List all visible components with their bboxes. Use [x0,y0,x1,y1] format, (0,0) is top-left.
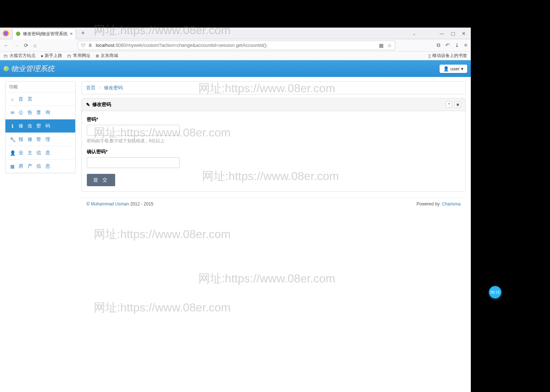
user-menu-button[interactable]: 👤 user ▾ [440,65,467,73]
browser-window: 修改密码|物业管理系统 × + ⌄ — ▢ ✕ ← → ⟳ ⌂ 🛡 🗎 loca… [0,28,471,392]
app-header: 物业管理系统 👤 user ▾ [0,60,471,77]
firefox-icon [2,30,9,37]
home-icon: ⌂ [10,97,15,102]
collapse-button[interactable]: ⌃ [446,101,452,108]
url-text: localhost:8080/myweb/custom?action=chang… [96,42,376,48]
app-logo: 物业管理系统 [4,64,54,74]
save-page-icon[interactable]: ⤓ [455,42,459,48]
panel-header: ✎ 修改密码 ⌃ ✖ [82,98,465,111]
svg-point-1 [4,32,8,35]
password-label: 密码* [87,116,460,123]
sidebar-item-home[interactable]: ⌂首 页 [5,93,75,106]
confirm-password-input[interactable] [87,157,180,168]
bookmark-item[interactable]: 🗀 常用网址 [67,53,90,59]
shield-icon: 🛡 [81,43,85,48]
user-icon: 👤 [443,66,449,72]
password-input[interactable] [87,125,180,136]
panel-title: 修改密码 [92,101,111,108]
main-area: 首页 / 修改密码 ✎ 修改密码 ⌃ ✖ 密码* [81,81,466,207]
tab-bar: 修改密码|物业管理系统 × + ⌄ — ▢ ✕ [0,28,471,39]
bookmark-bar: 🗀 火狐官方站点 ● 新手上路 🗀 常用网址 ⊕ 京东商城 ▯ 移动设备上的书签 [0,52,471,60]
qr-icon[interactable]: ▦ [379,42,384,48]
bookmark-item[interactable]: ⊕ 京东商城 [96,53,118,59]
sidebar: 功能 ⌂首 页 ✉公 告 查 询 ℹ修 改 密 码 🔧报 修 管 理 👤业 主 … [5,81,76,173]
panel: ✎ 修改密码 ⌃ ✖ 密码* 密码由字母,数字或下划线组成，6位以上 确认密码* [81,98,466,192]
new-tab-button[interactable]: + [79,29,87,37]
tab-close-button[interactable]: × [70,31,73,37]
edit-icon: ✎ [86,102,90,107]
password-hint: 密码由字母,数字或下划线组成，6位以上 [87,138,460,144]
confirm-password-label: 确认密码* [87,148,460,155]
bookmark-item[interactable]: 🗀 火狐官方站点 [4,53,36,59]
user-label: user [450,66,460,72]
app-title: 物业管理系统 [11,64,54,74]
reload-button[interactable]: ⟳ [24,42,28,48]
sidebar-item-announce[interactable]: ✉公 告 查 询 [5,106,75,119]
caret-down-icon: ▾ [461,66,464,72]
bookmark-item[interactable]: ● 新手上路 [41,53,62,59]
svg-point-2 [16,32,20,36]
bookmark-mobile[interactable]: ▯ 移动设备上的书签 [428,53,467,59]
minimize-button[interactable]: — [440,31,444,36]
sidebar-item-password[interactable]: ℹ修 改 密 码 [5,119,75,133]
sidebar-item-property[interactable]: ▦房 产 信 息 [5,160,75,173]
browser-tab[interactable]: 修改密码|物业管理系统 × [12,28,76,39]
user-icon: 👤 [10,150,15,156]
breadcrumb-sep: / [99,85,101,90]
tab-title: 修改密码|物业管理系统 [23,31,68,37]
sidebar-item-repair[interactable]: 🔧报 修 管 理 [5,133,75,146]
footer-author-link[interactable]: Muhammad Usman [91,201,129,207]
panel-body: 密码* 密码由字母,数字或下划线组成，6位以上 确认密码* 提 交 [82,111,465,191]
tab-favicon-icon [16,31,21,36]
timer-badge: 00:15 [489,286,501,298]
tabs-dropdown-icon[interactable]: ⌄ [412,31,416,36]
nav-bar: ← → ⟳ ⌂ 🛡 🗎 localhost:8080/myweb/custom?… [0,39,471,52]
window-controls: ⌄ — ▢ ✕ [412,28,471,39]
breadcrumb-current: 修改密码 [104,85,123,90]
mail-icon: ✉ [10,110,15,115]
lock-icon: 🗎 [88,43,93,48]
url-bar[interactable]: 🛡 🗎 localhost:8080/myweb/custom?action=c… [78,41,395,50]
forward-button[interactable]: → [14,42,19,48]
info-icon: ℹ [10,123,15,129]
menu-icon[interactable]: ≡ [464,42,467,48]
close-window-button[interactable]: ✕ [462,31,466,36]
sidebar-header: 功能 [5,82,75,93]
app-body: 功能 ⌂首 页 ✉公 告 查 询 ℹ修 改 密 码 🔧报 修 管 理 👤业 主 … [0,77,471,211]
sidebar-item-owner[interactable]: 👤业 主 信 息 [5,146,75,160]
breadcrumb: 首页 / 修改密码 [81,81,466,94]
footer-powered-link[interactable]: Charisma [442,201,461,207]
wrench-icon: 🔧 [10,137,15,142]
back-button[interactable]: ← [4,42,9,48]
undo-icon[interactable]: ↶ [445,42,450,48]
grid-icon: ▦ [10,164,15,169]
star-icon[interactable]: ☆ [387,42,392,48]
submit-button[interactable]: 提 交 [87,174,115,186]
extension-icon[interactable]: ⧉ [437,42,440,48]
breadcrumb-home[interactable]: 首页 [86,85,96,90]
close-panel-button[interactable]: ✖ [454,101,461,108]
maximize-button[interactable]: ▢ [451,31,455,36]
home-button[interactable]: ⌂ [33,42,36,48]
footer: © Muhammad Usman 2012 - 2015 Powered by:… [81,197,466,207]
logo-dot-icon [4,66,9,71]
app-content: 物业管理系统 👤 user ▾ 功能 ⌂首 页 ✉公 告 查 询 ℹ修 改 密 … [0,60,471,392]
